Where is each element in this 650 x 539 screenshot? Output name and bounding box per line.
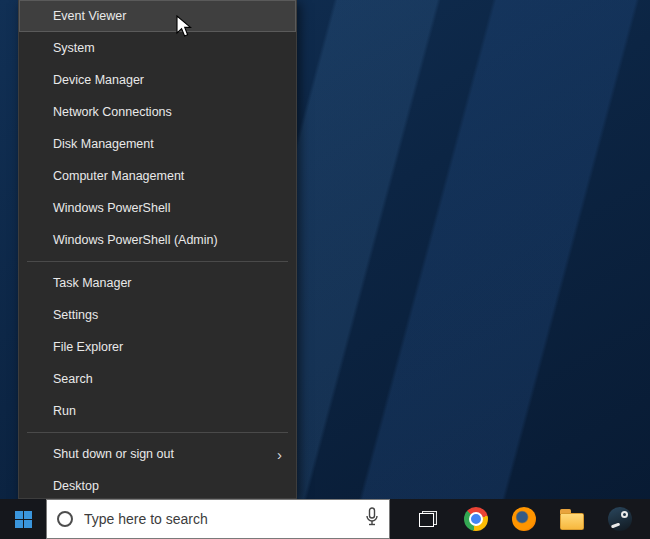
menu-item-label: Desktop [53, 479, 99, 493]
menu-item-run[interactable]: Run [19, 395, 296, 427]
task-view-button[interactable] [404, 499, 452, 539]
menu-item-system[interactable]: System [19, 32, 296, 64]
menu-item-label: Shut down or sign out [53, 447, 174, 461]
chrome-icon [464, 507, 488, 531]
menu-item-windows-powershell-admin[interactable]: Windows PowerShell (Admin) [19, 224, 296, 256]
start-button[interactable] [0, 499, 46, 539]
menu-item-label: Search [53, 372, 93, 386]
winx-context-menu: Event Viewer System Device Manager Netwo… [18, 0, 297, 499]
menu-item-file-explorer[interactable]: File Explorer [19, 331, 296, 363]
menu-item-desktop[interactable]: Desktop [19, 470, 296, 502]
cortana-circle-icon [57, 511, 73, 527]
menu-item-network-connections[interactable]: Network Connections [19, 96, 296, 128]
menu-item-label: System [53, 41, 95, 55]
steam-taskbar-button[interactable] [596, 499, 644, 539]
taskbar [0, 499, 650, 539]
menu-item-label: Network Connections [53, 105, 172, 119]
chrome-taskbar-button[interactable] [452, 499, 500, 539]
menu-item-shut-down-or-sign-out[interactable]: Shut down or sign out › [19, 438, 296, 470]
menu-item-windows-powershell[interactable]: Windows PowerShell [19, 192, 296, 224]
menu-item-event-viewer[interactable]: Event Viewer [19, 0, 296, 32]
menu-item-label: Task Manager [53, 276, 132, 290]
menu-separator [27, 432, 288, 433]
menu-item-search[interactable]: Search [19, 363, 296, 395]
start-icon [15, 511, 32, 528]
menu-item-label: Windows PowerShell [53, 201, 170, 215]
submenu-chevron-icon: › [277, 447, 282, 462]
microphone-icon[interactable] [365, 507, 379, 531]
menu-separator [27, 261, 288, 262]
menu-item-label: Disk Management [53, 137, 154, 151]
menu-item-device-manager[interactable]: Device Manager [19, 64, 296, 96]
search-input[interactable] [82, 510, 359, 528]
menu-item-label: Event Viewer [53, 9, 126, 23]
menu-item-disk-management[interactable]: Disk Management [19, 128, 296, 160]
firefox-icon [512, 507, 536, 531]
menu-item-label: Windows PowerShell (Admin) [53, 233, 218, 247]
menu-item-label: Computer Management [53, 169, 184, 183]
steam-icon [608, 507, 632, 531]
file-explorer-icon [560, 513, 584, 530]
menu-item-label: File Explorer [53, 340, 123, 354]
menu-item-label: Settings [53, 308, 98, 322]
menu-item-label: Device Manager [53, 73, 144, 87]
firefox-taskbar-button[interactable] [500, 499, 548, 539]
menu-item-settings[interactable]: Settings [19, 299, 296, 331]
file-explorer-taskbar-button[interactable] [548, 499, 596, 539]
menu-item-label: Run [53, 404, 76, 418]
menu-item-task-manager[interactable]: Task Manager [19, 267, 296, 299]
taskbar-search[interactable] [46, 499, 390, 539]
menu-item-computer-management[interactable]: Computer Management [19, 160, 296, 192]
task-view-icon [419, 511, 437, 527]
taskbar-icons [404, 499, 644, 539]
